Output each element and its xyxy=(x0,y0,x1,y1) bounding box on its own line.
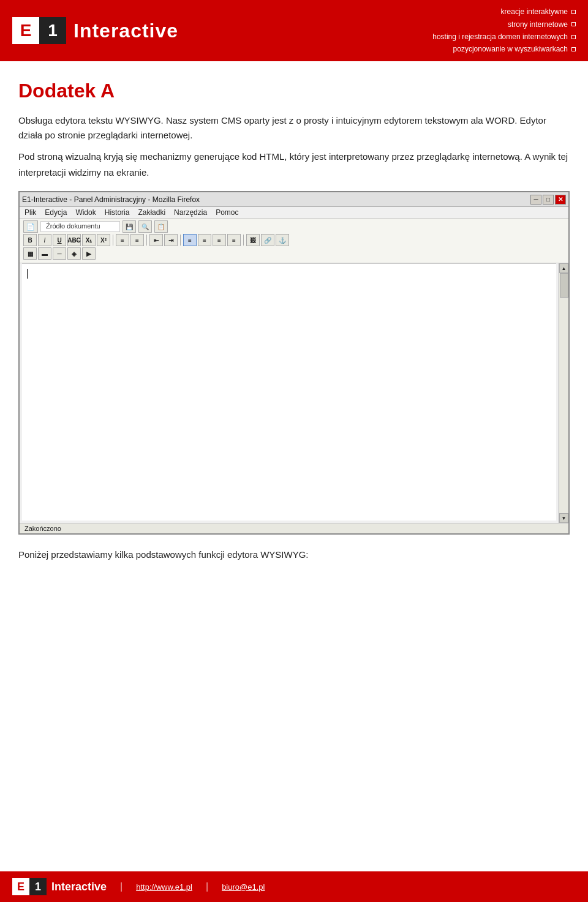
menu-pomoc[interactable]: Pomoc xyxy=(216,208,238,217)
editor-main-area: ▲ ▼ xyxy=(20,263,568,523)
source-label: Źródło dokumentu xyxy=(40,221,120,232)
footer-divider-2: | xyxy=(206,881,208,892)
tagline-1: kreacje interaktywne xyxy=(501,6,568,18)
hline-button[interactable]: ▬ xyxy=(38,247,51,260)
bullet-icon xyxy=(571,22,576,26)
menu-edycja[interactable]: Edycja xyxy=(45,208,67,217)
logo-text: Interactive xyxy=(74,20,178,42)
header: E 1 Interactive kreacje interaktywne str… xyxy=(0,0,588,61)
toolbar-sep-2 xyxy=(146,235,147,246)
footer-logo-e: E xyxy=(12,878,29,895)
tagline-3: hosting i rejestracja domen internetowyc… xyxy=(432,31,568,43)
footer-divider-1: | xyxy=(120,881,123,892)
menu-narzedzia[interactable]: Narzędzia xyxy=(174,208,207,217)
minimize-button[interactable]: ─ xyxy=(530,195,541,205)
browser-window: E1-Interactive - Panel Administracyjny -… xyxy=(18,191,570,535)
intro-paragraph: Obsługa edytora tekstu WYSIWYG. Nasz sys… xyxy=(18,113,570,143)
footer-website-link[interactable]: http://www.e1.pl xyxy=(136,882,192,892)
browser-title: E1-Interactive - Panel Administracyjny -… xyxy=(22,195,200,204)
header-taglines: kreacje interaktywne strony internetowe … xyxy=(432,6,576,56)
browser-controls[interactable]: ─ □ ✕ xyxy=(530,195,566,205)
align-left-button[interactable]: ≡ xyxy=(183,234,197,246)
maximize-button[interactable]: □ xyxy=(543,195,554,205)
browser-menubar[interactable]: Plik Edycja Widok Historia Zakładki Narz… xyxy=(20,207,568,219)
editor-toolbar-area: 📄 Źródło dokumentu 💾 🔍 📋 B I U ABC X₁ X²… xyxy=(20,219,568,263)
footer-logo-area: E 1 Interactive xyxy=(12,878,107,895)
editor-cursor xyxy=(27,269,28,279)
logo-area: E 1 Interactive xyxy=(12,17,178,44)
body-paragraph: Pod stroną wizualną kryją się mechanizmy… xyxy=(18,149,570,180)
copy-icon[interactable]: 📋 xyxy=(154,220,168,233)
footer-email-link[interactable]: biuro@e1.pl xyxy=(222,882,265,892)
strikethrough-button[interactable]: ABC xyxy=(67,234,81,246)
menu-zakladki[interactable]: Zakładki xyxy=(138,208,165,217)
scroll-down-button[interactable]: ▼ xyxy=(559,513,568,523)
table-button[interactable]: ▦ xyxy=(23,247,37,260)
indent-button[interactable]: ⇥ xyxy=(164,234,178,246)
list-ordered-button[interactable]: ≡ xyxy=(130,234,144,246)
tagline-2: strony internetowe xyxy=(508,18,568,31)
toolbar-sep-4 xyxy=(243,235,244,246)
source-row: 📄 Źródło dokumentu 💾 🔍 📋 xyxy=(23,220,565,233)
scrollbar-track[interactable] xyxy=(559,273,568,513)
below-paragraph: Poniżej przedstawiamy kilka podstawowych… xyxy=(18,547,570,563)
insert-toolbar-row: ▦ ▬ ─ ◈ ▶ xyxy=(23,247,565,260)
bullet-icon xyxy=(571,47,576,51)
footer-logo-1: 1 xyxy=(29,878,47,895)
subscript-button[interactable]: X₁ xyxy=(82,234,96,246)
align-justify-button[interactable]: ≡ xyxy=(227,234,241,246)
menu-historia[interactable]: Historia xyxy=(105,208,130,217)
footer: E 1 Interactive | http://www.e1.pl | biu… xyxy=(0,871,588,902)
list-unordered-button[interactable]: ≡ xyxy=(116,234,129,246)
wysiwyg-editor[interactable] xyxy=(22,263,556,521)
anchor-button[interactable]: ⚓ xyxy=(276,234,289,246)
main-content: Dodatek A Obsługa edytora tekstu WYSIWYG… xyxy=(0,61,588,591)
source-icon[interactable]: 📄 xyxy=(23,220,38,233)
superscript-button[interactable]: X² xyxy=(97,234,110,246)
image-button[interactable]: 🖼 xyxy=(246,234,260,246)
italic-button[interactable]: I xyxy=(38,234,51,246)
save-icon[interactable]: 💾 xyxy=(123,220,136,233)
page-title: Dodatek A xyxy=(18,80,570,102)
menu-plik[interactable]: Plik xyxy=(24,208,36,217)
scrollbar-thumb[interactable] xyxy=(560,273,568,298)
bold-button[interactable]: B xyxy=(23,234,37,246)
bullet-icon xyxy=(571,35,576,39)
search-icon[interactable]: 🔍 xyxy=(138,220,152,233)
media-button[interactable]: ▶ xyxy=(82,247,96,260)
align-right-button[interactable]: ≡ xyxy=(213,234,226,246)
footer-logo-text: Interactive xyxy=(51,881,107,893)
menu-widok[interactable]: Widok xyxy=(75,208,96,217)
special-char-button[interactable]: ◈ xyxy=(67,247,81,260)
close-button[interactable]: ✕ xyxy=(555,195,566,205)
toolbar-sep-3 xyxy=(180,235,181,246)
browser-titlebar: E1-Interactive - Panel Administracyjny -… xyxy=(20,192,568,207)
bullet-icon xyxy=(571,10,576,14)
tagline-4: pozycjonowanie w wyszukiwarkach xyxy=(453,43,568,55)
editor-content-area[interactable] xyxy=(20,263,559,523)
outdent-button[interactable]: ⇤ xyxy=(149,234,163,246)
scroll-up-button[interactable]: ▲ xyxy=(559,263,568,273)
browser-statusbar: Zakończono xyxy=(20,523,568,533)
logo-1: 1 xyxy=(39,17,66,44)
format-toolbar-row: B I U ABC X₁ X² ≡ ≡ ⇤ ⇥ ≡ ≡ ≡ ≡ 🖼 🔗 xyxy=(23,234,565,246)
logo-e: E xyxy=(12,17,39,44)
scrollbar-vertical[interactable]: ▲ ▼ xyxy=(559,263,568,523)
link-button[interactable]: 🔗 xyxy=(261,234,274,246)
align-center-button[interactable]: ≡ xyxy=(198,234,211,246)
underline-button[interactable]: U xyxy=(53,234,66,246)
separator-button[interactable]: ─ xyxy=(53,247,66,260)
toolbar-sep-1 xyxy=(113,235,113,246)
